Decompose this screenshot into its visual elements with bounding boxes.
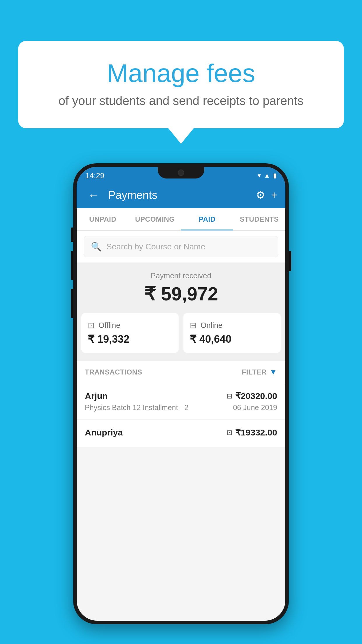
- filter-icon: ▼: [270, 368, 277, 377]
- offline-amount: ₹ 19,332: [88, 333, 172, 345]
- online-label: Online: [201, 321, 222, 330]
- add-icon[interactable]: +: [271, 189, 277, 201]
- wifi-icon: ▾: [258, 172, 261, 179]
- speech-bubble-arrow: [168, 128, 194, 144]
- phone-mockup: 14:29 ▾ ▲ ▮ ← Payments ⚙ + UNPAID: [73, 163, 289, 624]
- transactions-header: TRANSACTIONS FILTER ▼: [77, 361, 285, 383]
- back-button[interactable]: ←: [85, 186, 102, 205]
- app-bar-title: Payments: [108, 189, 250, 202]
- search-icon: 🔍: [91, 242, 102, 252]
- transaction-row-anupriya[interactable]: Anupriya ⊡ ₹19332.00: [77, 420, 285, 448]
- tabs-bar: UNPAID UPCOMING PAID STUDENTS: [77, 208, 285, 231]
- speech-bubble-subtitle: of your students and send receipts to pa…: [38, 94, 324, 108]
- search-bar[interactable]: 🔍 Search by Course or Name: [84, 236, 278, 257]
- transaction-name-anupriya: Anupriya: [85, 428, 123, 438]
- offline-label: Offline: [99, 321, 120, 330]
- offline-icon: ⊡: [88, 321, 94, 330]
- settings-icon[interactable]: ⚙: [256, 189, 265, 201]
- transaction-amount-arjun: ₹20320.00: [235, 391, 277, 401]
- power-button: [289, 251, 291, 271]
- online-card: ⊟ Online ₹ 40,640: [183, 313, 281, 353]
- battery-icon: ▮: [273, 172, 277, 179]
- online-amount: ₹ 40,640: [190, 333, 274, 345]
- transaction-row-arjun[interactable]: Arjun ⊟ ₹20320.00 Physics Batch 12 Insta…: [77, 383, 285, 420]
- filter-button[interactable]: FILTER ▼: [242, 368, 277, 377]
- speech-bubble-section: Manage fees of your students and send re…: [18, 41, 344, 144]
- filter-label: FILTER: [242, 368, 267, 376]
- speech-bubble: Manage fees of your students and send re…: [18, 41, 344, 128]
- signal-icon: ▲: [264, 172, 270, 179]
- transaction-course-arjun: Physics Batch 12 Installment - 2: [85, 403, 189, 412]
- volume-down-button: [71, 289, 73, 318]
- volume-up-button: [71, 251, 73, 280]
- online-payment-icon: ⊟: [226, 392, 232, 400]
- online-icon: ⊟: [190, 321, 196, 330]
- payment-received-label: Payment received: [84, 271, 278, 280]
- tab-paid[interactable]: PAID: [181, 208, 233, 230]
- payment-cards: ⊡ Offline ₹ 19,332 ⊟ Online ₹ 40,640: [77, 313, 285, 361]
- payment-received-section: Payment received ₹ 59,972: [77, 262, 285, 313]
- phone-notch: [158, 167, 204, 178]
- tab-upcoming[interactable]: UPCOMING: [129, 208, 181, 230]
- transactions-label: TRANSACTIONS: [85, 368, 142, 376]
- payment-received-amount: ₹ 59,972: [84, 283, 278, 305]
- tab-students[interactable]: STUDENTS: [233, 208, 285, 230]
- offline-card: ⊡ Offline ₹ 19,332: [81, 313, 179, 353]
- transaction-name-arjun: Arjun: [85, 391, 108, 401]
- status-time: 14:29: [85, 171, 104, 180]
- tab-unpaid[interactable]: UNPAID: [77, 208, 129, 230]
- status-icons: ▾ ▲ ▮: [258, 172, 277, 179]
- offline-payment-icon: ⊡: [226, 428, 232, 437]
- front-camera: [178, 169, 184, 176]
- app-bar: ← Payments ⚙ +: [77, 182, 285, 208]
- search-placeholder: Search by Course or Name: [106, 242, 205, 251]
- speech-bubble-title: Manage fees: [38, 58, 324, 88]
- app-bar-actions: ⚙ +: [256, 189, 277, 201]
- transaction-amount-anupriya: ₹19332.00: [235, 427, 277, 438]
- transaction-date-arjun: 06 June 2019: [233, 403, 277, 412]
- mute-button: [71, 228, 73, 242]
- search-container: 🔍 Search by Course or Name: [77, 231, 285, 262]
